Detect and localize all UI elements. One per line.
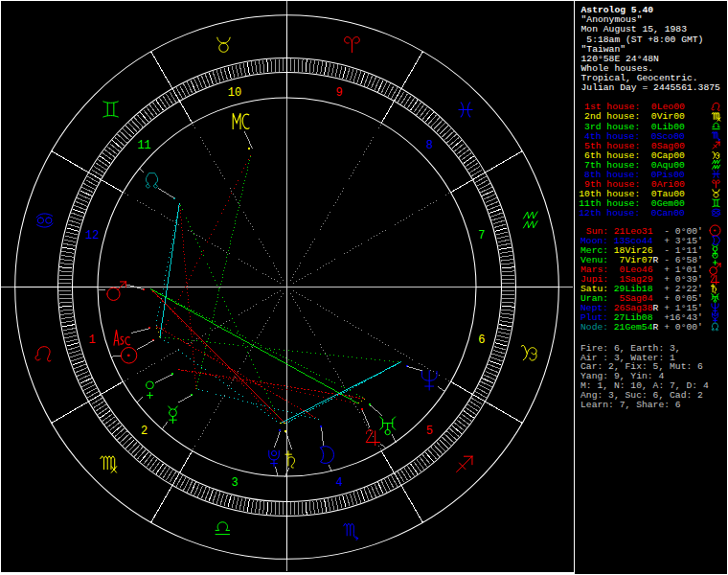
svg-text:10: 10 [228,86,241,100]
svg-text:4: 4 [335,476,342,490]
svg-text:11: 11 [137,139,150,152]
svg-text:12th house: 0Can00: 12th house: 0Can00 [579,208,685,218]
svg-text:3: 3 [231,476,238,490]
svg-text:5: 5 [426,425,433,438]
svg-text:Node:21Gem54R+ 0°00': Node:21Gem54R+ 0°00' [580,322,703,333]
svg-text:1: 1 [89,334,96,347]
svg-text:Julian Day = 2445561.3875: Julian Day = 2445561.3875 [581,82,721,93]
svg-text:2: 2 [141,425,148,438]
svg-text:8: 8 [426,139,433,152]
svg-text:9: 9 [335,86,342,100]
svg-text:Learn: 7, Share: 6: Learn: 7, Share: 6 [580,400,681,410]
svg-text:12: 12 [85,229,99,242]
svg-text:7: 7 [478,229,485,242]
svg-text:6: 6 [478,334,485,347]
